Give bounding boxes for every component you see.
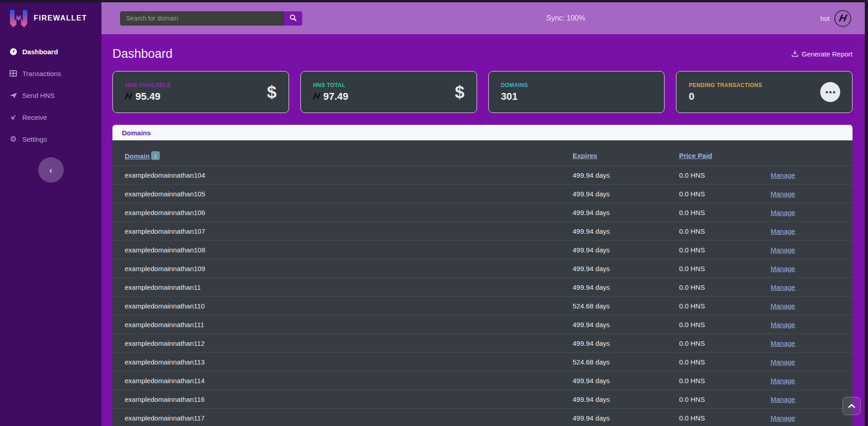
handshake-h-icon[interactable]: H [834, 10, 851, 27]
manage-link[interactable]: Manage [771, 190, 795, 198]
sidebar-item-receive[interactable]: Receive [0, 106, 102, 128]
domain-cell: exampledomainnathan112 [112, 334, 573, 353]
sort-descending-icon[interactable]: ↓ [151, 151, 160, 160]
domain-cell: exampledomainnathan108 [112, 241, 573, 259]
manage-link[interactable]: Manage [771, 209, 795, 216]
expires-cell: 499.94 days [573, 222, 679, 241]
table-row: exampledomainnathan110 524.68 days 0.0 H… [112, 297, 853, 315]
hns-h-glyph: H [838, 12, 848, 24]
card-domains: DOMAINS 301 [488, 71, 665, 113]
price-cell: 0.0 HNS [679, 315, 771, 334]
price-cell: 0.0 HNS [679, 278, 771, 297]
column-header-expires[interactable]: Expires [573, 152, 597, 159]
manage-link[interactable]: Manage [771, 358, 795, 366]
price-cell: 0.0 HNS [679, 334, 771, 353]
sidebar-item-label: Settings [22, 135, 47, 143]
page-title: Dashboard [112, 47, 173, 61]
column-header-domain[interactable]: Domain [125, 152, 150, 160]
card-label: DOMAINS [501, 82, 528, 88]
domains-panel: Domains Domain↓ Expires [112, 125, 853, 426]
table-row: exampledomainnathan106 499.94 days 0.0 H… [112, 203, 853, 222]
chevron-up-icon [848, 402, 855, 410]
price-cell: 0.0 HNS [679, 353, 771, 371]
manage-link[interactable]: Manage [771, 171, 795, 179]
expires-cell: 499.94 days [573, 371, 679, 390]
domain-cell: exampledomainnathan117 [112, 409, 573, 426]
domain-cell: exampledomainnathan11 [112, 278, 573, 297]
expires-cell: 499.94 days [573, 315, 679, 334]
tachometer-icon [9, 47, 17, 56]
manage-link[interactable]: Manage [771, 302, 795, 310]
domain-cell: exampledomainnathan113 [112, 353, 573, 371]
search-input[interactable] [120, 11, 284, 26]
table-row: exampledomainnathan107 499.94 days 0.0 H… [112, 222, 853, 241]
domain-cell: exampledomainnathan106 [112, 203, 573, 222]
sidebar-item-label: Dashboard [22, 48, 58, 56]
arrow-down-left-icon [9, 113, 17, 121]
table-row: exampledomainnathan109 499.94 days 0.0 H… [112, 259, 853, 278]
domains-table: Domain↓ Expires Price Paid exa [112, 140, 853, 426]
manage-link[interactable]: Manage [771, 321, 795, 328]
domain-cell: exampledomainnathan116 [112, 390, 573, 409]
manage-link[interactable]: Manage [771, 377, 795, 385]
ellipsis-icon[interactable] [820, 82, 840, 102]
paper-plane-icon [9, 91, 17, 99]
panel-title: Domains [122, 129, 151, 137]
topbar: Sync: 100% hot H [102, 2, 865, 34]
sidebar: FIREWALLET Dashboard Transactions Send H… [0, 2, 102, 426]
price-cell: 0.0 HNS [679, 185, 771, 203]
search-icon [289, 14, 297, 23]
dollar-icon: $ [455, 82, 464, 102]
manage-link[interactable]: Manage [771, 339, 795, 347]
price-cell: 0.0 HNS [679, 409, 771, 426]
table-icon [9, 69, 17, 77]
sidebar-item-dashboard[interactable]: Dashboard [0, 41, 102, 62]
hns-h-icon: H [124, 91, 133, 102]
sidebar-item-send-hns[interactable]: Send HNS [0, 84, 102, 106]
domains-table-body: exampledomainnathan104 499.94 days 0.0 H… [112, 166, 853, 426]
manage-link[interactable]: Manage [771, 395, 795, 403]
manage-link[interactable]: Manage [771, 414, 795, 422]
table-row: exampledomainnathan111 499.94 days 0.0 H… [112, 315, 853, 334]
card-hns-total: HNS TOTAL H 97.49 $ [300, 71, 477, 113]
sidebar-item-label: Send HNS [22, 92, 55, 99]
price-cell: 0.0 HNS [679, 297, 771, 315]
expires-cell: 499.94 days [573, 278, 679, 297]
price-cell: 0.0 HNS [679, 259, 771, 278]
card-value-text: 0 [689, 91, 694, 103]
table-row: exampledomainnathan117 499.94 days 0.0 H… [112, 409, 853, 426]
card-label: HNS TOTAL [313, 82, 349, 88]
wallet-menu[interactable]: hot H [820, 10, 851, 27]
domain-cell: exampledomainnathan114 [112, 371, 573, 390]
domain-cell: exampledomainnathan111 [112, 315, 573, 334]
scroll-to-top-button[interactable] [843, 397, 861, 415]
brand-name: FIREWALLET [34, 14, 87, 22]
domains-panel-header: Domains [112, 125, 853, 140]
brand[interactable]: FIREWALLET [0, 2, 102, 34]
sidebar-item-settings[interactable]: ⚙ Settings [0, 128, 102, 150]
domain-cell: exampledomainnathan110 [112, 297, 573, 315]
table-row: exampledomainnathan104 499.94 days 0.0 H… [112, 166, 853, 185]
domain-searchbox [120, 11, 302, 26]
search-button[interactable] [284, 11, 302, 26]
price-cell: 0.0 HNS [679, 203, 771, 222]
sidebar-item-transactions[interactable]: Transactions [0, 62, 102, 84]
price-cell: 0.0 HNS [679, 222, 771, 241]
sidebar-nav: Dashboard Transactions Send HNS Receive [0, 41, 102, 150]
manage-link[interactable]: Manage [771, 265, 795, 272]
manage-link[interactable]: Manage [771, 227, 795, 235]
sidebar-collapse-button[interactable]: ‹ [38, 157, 64, 183]
generate-report-label: Generate Report [802, 50, 853, 58]
column-header-price-paid[interactable]: Price Paid [679, 152, 712, 159]
expires-cell: 524.68 days [573, 297, 679, 315]
gear-icon: ⚙ [9, 135, 17, 143]
manage-link[interactable]: Manage [771, 246, 795, 254]
card-label: HNS AVAILABLE [125, 82, 171, 88]
card-value-text: 301 [501, 91, 518, 103]
dollar-icon: $ [267, 82, 277, 102]
expires-cell: 499.94 days [573, 185, 679, 203]
manage-link[interactable]: Manage [771, 283, 795, 291]
wallet-name: hot [820, 15, 830, 22]
card-label: PENDING TRANSACTIONS [689, 82, 762, 88]
generate-report-button[interactable]: Generate Report [792, 50, 853, 58]
